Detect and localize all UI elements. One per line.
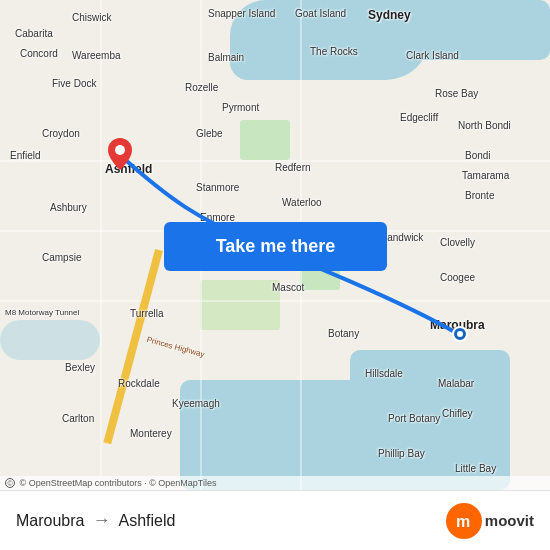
moovit-logo-icon: m — [446, 503, 482, 539]
svg-point-0 — [115, 145, 125, 155]
destination-pin — [108, 138, 132, 174]
copyright-icon: © — [5, 478, 15, 488]
moovit-logo: m moovit — [446, 503, 534, 539]
attribution-text: © OpenStreetMap contributors · © OpenMap… — [20, 478, 217, 488]
take-me-there-button[interactable]: Take me there — [164, 222, 387, 271]
route-to: Ashfield — [118, 512, 175, 530]
origin-pin — [452, 326, 468, 346]
svg-point-2 — [457, 331, 463, 337]
map-container: Cabarita Chiswick Concord Wareemba Five … — [0, 0, 550, 490]
route-from: Maroubra — [16, 512, 84, 530]
footer-bar: Maroubra → Ashfield m moovit — [0, 490, 550, 550]
route-arrow: → — [92, 510, 110, 531]
svg-text:m: m — [456, 513, 470, 530]
footer-route: Maroubra → Ashfield — [16, 510, 175, 531]
attribution-bar: © © OpenStreetMap contributors · © OpenM… — [0, 476, 550, 490]
moovit-text: moovit — [485, 512, 534, 529]
